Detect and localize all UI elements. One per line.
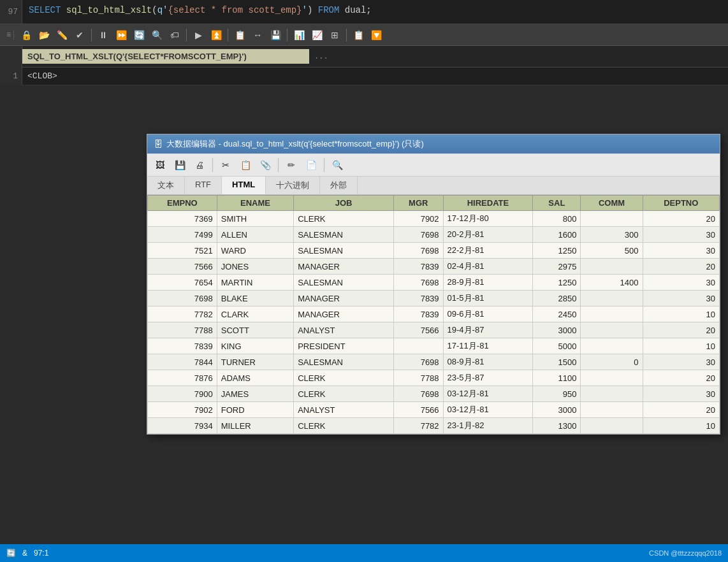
toolbar-refresh-btn[interactable]: 🔄: [131, 27, 147, 43]
dialog-btn-find[interactable]: 🔍: [328, 156, 346, 174]
dialog-title-icon: 🗄: [154, 139, 163, 149]
table-cell: 30: [643, 354, 719, 370]
table-row: 7934MILLERCLERK778223-1月-82130010: [148, 418, 720, 434]
toolbar-arrow-btn[interactable]: ↔: [249, 27, 266, 43]
table-cell: 03-12月-81: [443, 386, 533, 402]
dialog-btn-clear[interactable]: 📄: [302, 156, 320, 174]
result-clob-value[interactable]: <CLOB>: [22, 69, 62, 83]
table-cell: 950: [533, 386, 581, 402]
table-cell: 10: [643, 306, 719, 322]
toolbar-skip-btn[interactable]: ⏩: [113, 27, 129, 43]
toolbar-folder-btn[interactable]: 📂: [36, 27, 52, 43]
table-cell: MANAGER: [294, 306, 394, 322]
toolbar-search-btn[interactable]: 🔍: [149, 27, 165, 43]
dialog-btn-pen[interactable]: ✏: [282, 156, 300, 174]
tab-hex[interactable]: 十六进制: [266, 177, 320, 194]
toolbar-sep-4: [287, 29, 288, 41]
table-row: 7902FORDANALYST756603-12月-81300020: [148, 402, 720, 418]
dialog-btn-screenshot[interactable]: 🖼: [151, 156, 169, 174]
statusbar: 🔄 & 97:1 CSDN @tttzzzqqq2018: [0, 544, 728, 562]
table-cell: 28-9月-81: [443, 275, 533, 291]
toolbar-lock-btn[interactable]: 🔒: [18, 27, 34, 43]
toolbar-up-btn[interactable]: ⏫: [208, 27, 224, 43]
sql-editor-top: 97 SELECT sql_to_html_xslt(q'{select * f…: [0, 0, 728, 24]
table-cell: SCOTT: [217, 322, 293, 338]
table-cell: 5000: [533, 338, 581, 354]
table-cell: 7876: [148, 370, 217, 386]
toolbar-sep-1: [91, 29, 92, 41]
table-cell: 7839: [393, 291, 443, 306]
toolbar-chart1-btn[interactable]: 📊: [291, 27, 307, 43]
table-cell: 1600: [533, 227, 581, 243]
col-header-empno: EMPNO: [148, 196, 217, 211]
table-cell: CLERK: [294, 386, 394, 402]
table-cell: [581, 402, 643, 418]
table-cell: CLERK: [294, 211, 394, 227]
table-cell: 23-1月-82: [443, 418, 533, 434]
tab-external[interactable]: 外部: [320, 177, 358, 194]
result-col-num: [0, 46, 22, 68]
toolbar-copy-btn[interactable]: 📋: [231, 27, 248, 43]
table-cell: 1500: [533, 354, 581, 370]
toolbar-table-btn[interactable]: 📋: [350, 27, 367, 43]
table-cell: 7839: [148, 338, 217, 354]
table-row: 7499ALLENSALESMAN769820-2月-81160030030: [148, 227, 720, 243]
table-cell: 30: [643, 386, 719, 402]
col-header-mgr: MGR: [393, 196, 443, 211]
table-cell: 20-2月-81: [443, 227, 533, 243]
tab-rtf[interactable]: RTF: [185, 177, 222, 194]
table-cell: 0: [581, 354, 643, 370]
table-cell: ANALYST: [294, 322, 394, 338]
toolbar-filter-btn[interactable]: 🔽: [368, 27, 384, 43]
sql-code: SELECT sql_to_html_xslt(q'{select * from…: [22, 0, 378, 24]
dialog-toolbar-sep-1: [212, 158, 213, 172]
table-cell: [581, 211, 643, 227]
table-cell: 7499: [148, 227, 217, 243]
table-cell: 1100: [533, 370, 581, 386]
toolbar-tag-btn[interactable]: 🏷: [166, 27, 183, 43]
table-cell: 08-9月-81: [443, 354, 533, 370]
table-cell: PRESIDENT: [294, 338, 394, 354]
table-cell: 300: [581, 227, 643, 243]
status-position: 97:1: [34, 549, 48, 558]
dialog-btn-print[interactable]: 🖨: [191, 156, 208, 174]
table-scroll-container[interactable]: EMPNO ENAME JOB MGR HIREDATE SAL COMM DE…: [147, 195, 720, 434]
toolbar-save-btn[interactable]: 💾: [267, 27, 284, 43]
dialog-btn-paste[interactable]: 📎: [256, 156, 274, 174]
dialog-btn-cut[interactable]: ✂: [217, 156, 235, 174]
table-cell: 7788: [393, 370, 443, 386]
table-cell: 500: [581, 243, 643, 259]
table-cell: 7698: [393, 227, 443, 243]
table-cell: WARD: [217, 243, 293, 259]
status-refresh-icon: 🔄: [6, 549, 16, 558]
toolbar-check-btn[interactable]: ✔: [71, 27, 88, 43]
table-cell: 03-12月-81: [443, 402, 533, 418]
table-cell: BLAKE: [217, 291, 293, 306]
table-cell: 7566: [393, 322, 443, 338]
toolbar-sep-3: [228, 29, 228, 41]
tab-text[interactable]: 文本: [147, 177, 185, 194]
table-cell: 7902: [148, 402, 217, 418]
table-row: 7782CLARKMANAGER783909-6月-81245010: [148, 306, 720, 322]
toolbar-left-indicator: ≡: [4, 31, 14, 40]
col-header-comm: COMM: [581, 196, 643, 211]
table-cell: 09-6月-81: [443, 306, 533, 322]
toolbar-run-btn[interactable]: ▶: [190, 27, 207, 43]
toolbar-grid-btn[interactable]: ⊞: [326, 27, 343, 43]
line-number: 97: [0, 0, 22, 24]
table-cell: 10: [643, 418, 719, 434]
col-header-deptno: DEPTNO: [643, 196, 719, 211]
table-body: 7369SMITHCLERK790217-12月-80800207499ALLE…: [148, 211, 720, 434]
table-cell: TURNER: [217, 354, 293, 370]
tab-html[interactable]: HTML: [222, 177, 266, 194]
status-watermark: CSDN @tttzzzqqq2018: [649, 549, 722, 557]
table-cell: 20: [643, 402, 719, 418]
dialog-btn-copy[interactable]: 📋: [237, 156, 254, 174]
toolbar-chart2-btn[interactable]: 📈: [309, 27, 325, 43]
toolbar-pause-btn[interactable]: ⏸: [95, 27, 112, 43]
toolbar-edit-btn[interactable]: ✏️: [54, 27, 70, 43]
table-cell: 1250: [533, 275, 581, 291]
dialog-btn-save[interactable]: 💾: [171, 156, 189, 174]
table-cell: 23-5月-87: [443, 370, 533, 386]
table-cell: 1250: [533, 243, 581, 259]
